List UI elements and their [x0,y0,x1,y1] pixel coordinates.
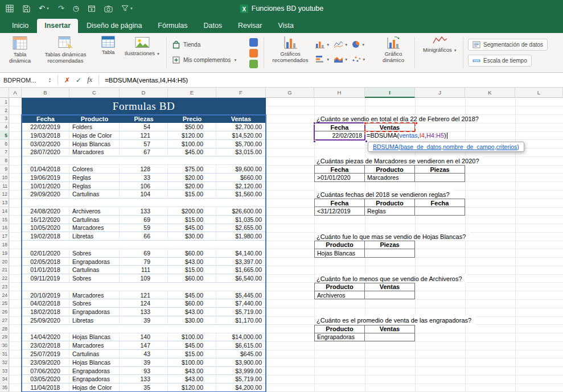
row-header-20[interactable]: 20 [0,258,9,266]
row-header-15[interactable]: 15 [0,216,9,224]
table-cell[interactable]: 79 [120,258,168,266]
table-cell[interactable]: 04/02/2018 [22,299,69,308]
table-cell[interactable]: $120.00 [168,383,216,392]
table-cell[interactable]: $100.00 [168,358,216,367]
row-header-24[interactable]: 24 [0,291,9,300]
tab-vista[interactable]: Vista [270,19,301,33]
row-header-32[interactable]: 32 [0,358,9,367]
table-cell[interactable]: $1,560.00 [216,190,266,199]
table-cell[interactable]: $43.00 [168,308,216,316]
timeline-button[interactable]: Escala de tiempo [468,55,532,67]
column-header-C[interactable]: C [69,88,120,98]
table-cell[interactable]: 133 [120,375,168,383]
table-cell[interactable]: $3,999.00 [216,367,266,376]
table-cell[interactable]: Colores [69,165,120,174]
row-header-13[interactable]: 13 [0,199,9,207]
column-header-F[interactable]: F [216,88,266,98]
table-cell[interactable]: Hojas Blancas [69,333,120,342]
column-header-A[interactable]: A [9,88,22,98]
column-header-E[interactable]: E [168,88,216,98]
table-cell[interactable]: $45.00 [168,148,216,157]
table-cell[interactable]: Sobres [69,299,120,308]
bar-chart-button[interactable]: ▼ [315,55,330,63]
excel-grid-icon[interactable] [6,3,14,14]
recommended-charts-button[interactable]: Gráficos recomendados [268,36,313,70]
filter-icon[interactable]: ▼ [121,3,133,14]
row-header-29[interactable]: 29 [0,333,9,342]
table-cell[interactable]: 14/04/2020 [22,333,69,342]
row-header-18[interactable]: 18 [0,241,9,249]
question-text-4[interactable]: ¿Cuánto fue lo que mas se vendio de Hoja… [317,232,470,241]
column-header-J[interactable]: J [415,88,465,98]
column-header-L[interactable]: L [515,88,563,98]
recommended-pivottables-button[interactable]: Tablas dinámicas recomendadas [38,36,93,70]
row-header-12[interactable]: 12 [0,190,9,199]
table-cell[interactable]: $9,600.00 [216,165,266,174]
criteria-header[interactable]: Producto [314,241,365,249]
insert-function-icon[interactable]: fx [84,76,95,84]
table-cell[interactable]: $15.00 [168,216,216,224]
table-cell[interactable]: $5,445.00 [216,291,266,300]
cancel-icon[interactable]: ✗ [61,76,73,84]
table-cell[interactable]: $120.00 [168,131,216,140]
table-cell[interactable]: $20.00 [168,182,216,191]
table-cell[interactable]: 54 [120,123,168,131]
row-header-31[interactable]: 31 [0,350,9,358]
table-cell[interactable]: 03/02/2020 [22,140,69,148]
table-cell[interactable]: 02/01/2020 [22,249,69,258]
pie-chart-button[interactable]: ▼ [352,40,365,48]
table-cell[interactable]: $45.00 [168,224,216,233]
table-cell[interactable]: Libretas [69,232,120,241]
question-text-5[interactable]: ¿Cuánto fue lo menos que se vendio de Ar… [317,274,467,283]
table-cell[interactable]: 22/02/2019 [22,123,69,131]
column-header-G[interactable]: G [266,88,314,98]
table-cell[interactable]: Engrapadoras [69,308,120,316]
table-cell[interactable]: $60.00 [168,249,216,258]
table-cell[interactable]: 106 [120,182,168,191]
table-cell[interactable]: $75.00 [168,165,216,174]
row-header-35[interactable]: 35 [0,383,9,392]
column-chart-button[interactable]: ▼ [315,40,330,48]
row-header-33[interactable]: 33 [0,367,9,376]
column-header-B[interactable]: B [22,88,69,98]
criteria-value[interactable]: Hojas Blancas [314,249,365,258]
tab-insertar[interactable]: Insertar [37,19,78,33]
slicer-button[interactable]: Segmentación de datos [468,39,548,51]
illustrations-button[interactable]: Ilustraciones ▼ [122,36,163,70]
table-cell[interactable]: Reglas [69,182,120,191]
table-cell[interactable]: Archiveros [69,207,120,216]
criteria-value[interactable] [364,333,415,342]
question-text-3[interactable]: ¿Cuántas fechas del 2018 se vendieron re… [317,190,454,199]
table-cell[interactable]: $6,540.00 [216,274,266,283]
tab-fórmulas[interactable]: Fórmulas [150,19,195,33]
table-cell[interactable]: $2,700.00 [216,123,266,131]
table-cell[interactable]: 104 [120,190,168,199]
area-chart-button[interactable]: ▼ [334,55,348,63]
table-cell[interactable]: 16/12/2020 [22,216,69,224]
table-cell[interactable]: 57 [120,140,168,148]
table-cell[interactable]: 124 [120,299,168,308]
question-text-6[interactable]: ¿Cuánto es el promedio de venta de las e… [317,316,476,325]
table-cell[interactable]: $100.00 [168,140,216,148]
question-text-2[interactable]: ¿Cuántas piezas de Marcadores se vendier… [317,156,484,165]
addin-tile-green-icon[interactable] [249,60,258,68]
criteria-range-selection[interactable] [314,122,365,141]
tooltip-arg-link[interactable]: base_de_datos [400,143,441,150]
tab-diseño-de-página[interactable]: Diseño de página [79,19,149,33]
table-cell[interactable]: $5,719.00 [216,308,266,316]
row-header-30[interactable]: 30 [0,341,9,350]
table-cell[interactable]: $4,140.00 [216,249,266,258]
undo-icon[interactable]: ↶▼ [39,3,50,14]
row-header-10[interactable]: 10 [0,174,9,182]
table-cell[interactable]: 28/07/2020 [22,148,69,157]
table-cell[interactable]: $14,000.00 [216,333,266,342]
criteria-value[interactable] [414,173,465,182]
tab-datos[interactable]: Datos [196,19,229,33]
criteria-value[interactable]: <31/12/2019 [314,207,365,216]
table-cell[interactable]: $50.00 [168,123,216,131]
table-cell[interactable]: $5,700.00 [216,140,266,148]
table-cell[interactable]: 133 [120,207,168,216]
table-cell[interactable]: $6,615.00 [216,341,266,350]
table-cell[interactable]: $2,655.00 [216,224,266,233]
table-cell[interactable]: Cartulinas [69,266,120,274]
